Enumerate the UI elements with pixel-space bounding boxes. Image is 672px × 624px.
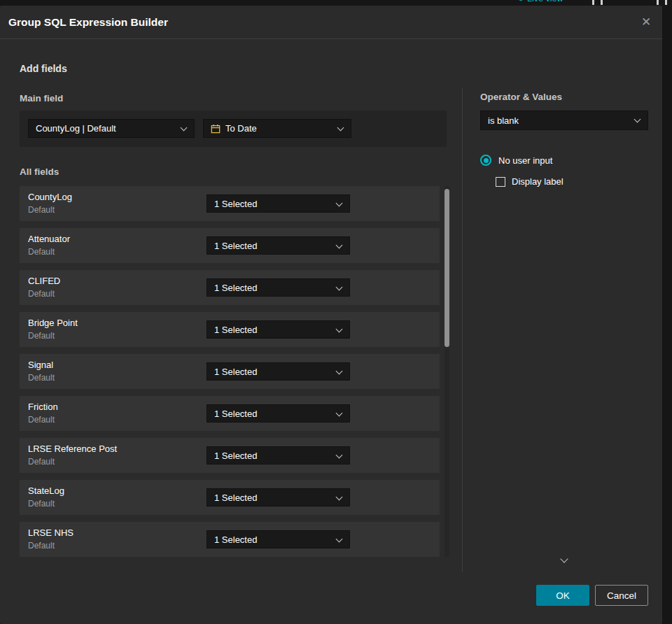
field-row: LRSE Reference Post Default 1 Selected — [20, 438, 440, 473]
display-label-text: Display label — [512, 176, 564, 187]
field-selection-value: 1 Selected — [214, 367, 257, 377]
chevron-down-icon — [336, 410, 343, 417]
field-subtitle: Default — [28, 457, 55, 467]
field-row: CountyLog Default 1 Selected — [20, 186, 440, 221]
chevron-down-icon — [336, 368, 343, 375]
window-control-icons — [592, 0, 603, 5]
field-selection-value: 1 Selected — [214, 241, 257, 251]
checkbox-unchecked-icon — [496, 177, 505, 187]
radio-selected-icon — [480, 155, 491, 166]
field-selection-value: 1 Selected — [214, 199, 257, 209]
field-name: Signal — [28, 360, 53, 370]
field-selection-value: 1 Selected — [214, 492, 257, 503]
window-control-icons — [657, 0, 667, 5]
field-subtitle: Default — [28, 205, 55, 215]
field-selection-value: 1 Selected — [214, 451, 257, 461]
chevron-down-icon — [634, 116, 641, 123]
live-view-label: Live view — [527, 0, 563, 3]
field-selection-dropdown[interactable]: 1 Selected — [206, 404, 350, 423]
field-selection-value: 1 Selected — [214, 325, 257, 335]
field-subtitle: Default — [28, 415, 55, 425]
field-subtitle: Default — [28, 247, 55, 257]
field-subtitle: Default — [28, 541, 55, 551]
chevron-down-icon — [336, 536, 343, 543]
operator-dropdown-value: is blank — [488, 115, 519, 126]
main-field-type-dropdown[interactable]: To Date — [203, 119, 351, 138]
field-selection-dropdown[interactable]: 1 Selected — [206, 488, 350, 506]
field-row: LRSE NHS Default 1 Selected — [20, 522, 440, 557]
main-field-bar: CountyLog | Default To Date — [20, 111, 447, 147]
field-selection-value: 1 Selected — [214, 409, 257, 419]
no-user-input-label: No user input — [498, 155, 552, 166]
field-name: CLIFED — [28, 276, 60, 286]
field-name: Attenuator — [28, 234, 70, 244]
field-name: Bridge Point — [28, 318, 78, 328]
field-row: Attenuator Default 1 Selected — [20, 228, 440, 263]
operator-values-heading: Operator & Values — [480, 92, 562, 102]
field-selection-dropdown[interactable]: 1 Selected — [206, 278, 350, 297]
field-selection-dropdown[interactable]: 1 Selected — [206, 236, 350, 255]
field-name: Friction — [28, 402, 58, 412]
field-selection-value: 1 Selected — [214, 534, 257, 545]
panel-divider — [462, 88, 463, 572]
field-selection-dropdown[interactable]: 1 Selected — [206, 446, 350, 465]
field-subtitle: Default — [28, 373, 55, 383]
field-name: StateLog — [28, 485, 64, 496]
all-fields-list: CountyLog Default 1 Selected Attenuator … — [20, 186, 449, 557]
field-row: StateLog Default 1 Selected — [20, 480, 440, 515]
field-name: CountyLog — [28, 192, 72, 202]
dialog-header: Group SQL Expression Builder ✕ — [0, 6, 662, 39]
chevron-down-icon — [336, 326, 343, 333]
field-selection-value: 1 Selected — [214, 283, 257, 293]
main-field-dropdown-value: CountyLog | Default — [36, 123, 116, 134]
all-fields-label: All fields — [20, 166, 59, 177]
field-row: Signal Default 1 Selected — [20, 354, 440, 389]
calendar-icon — [211, 124, 220, 134]
field-selection-dropdown[interactable]: 1 Selected — [206, 194, 350, 213]
main-field-dropdown[interactable]: CountyLog | Default — [28, 119, 195, 138]
dialog-title: Group SQL Expression Builder — [8, 6, 168, 39]
ok-button[interactable]: OK — [536, 585, 589, 606]
field-row: CLIFED Default 1 Selected — [20, 270, 440, 305]
field-name: LRSE Reference Post — [28, 444, 117, 454]
group-sql-expression-builder-dialog: Group SQL Expression Builder ✕ Add field… — [0, 6, 662, 624]
list-scrollbar[interactable] — [444, 186, 449, 557]
chevron-down-icon — [181, 125, 188, 132]
field-name: LRSE NHS — [28, 527, 74, 538]
operator-dropdown[interactable]: is blank — [480, 111, 648, 130]
chevron-down-icon — [336, 452, 343, 459]
main-field-type-value: To Date — [225, 123, 257, 134]
chevron-down-icon — [336, 494, 343, 501]
field-selection-dropdown[interactable]: 1 Selected — [206, 362, 350, 381]
scrollbar-thumb[interactable] — [444, 189, 449, 347]
scroll-down-icon[interactable] — [561, 556, 568, 563]
display-label-checkbox[interactable]: Display label — [496, 176, 564, 187]
field-subtitle: Default — [28, 289, 55, 299]
chevron-down-icon — [336, 284, 343, 291]
live-view-toggle[interactable]: Live view — [519, 0, 563, 3]
add-fields-heading: Add fields — [20, 63, 67, 74]
field-selection-dropdown[interactable]: 1 Selected — [206, 320, 350, 339]
chevron-down-icon — [337, 125, 344, 132]
cancel-button[interactable]: Cancel — [595, 585, 648, 606]
main-field-label: Main field — [20, 93, 63, 104]
field-selection-dropdown[interactable]: 1 Selected — [206, 530, 350, 548]
field-row: Bridge Point Default 1 Selected — [20, 312, 440, 347]
chevron-down-icon — [336, 200, 343, 207]
chevron-down-icon — [336, 242, 343, 249]
live-view-icon — [519, 0, 523, 1]
no-user-input-radio[interactable]: No user input — [480, 155, 552, 166]
close-icon[interactable]: ✕ — [638, 15, 654, 30]
field-subtitle: Default — [28, 331, 55, 341]
app-topbar: Live view — [0, 0, 672, 6]
field-row: Friction Default 1 Selected — [20, 396, 440, 431]
field-subtitle: Default — [28, 499, 55, 509]
